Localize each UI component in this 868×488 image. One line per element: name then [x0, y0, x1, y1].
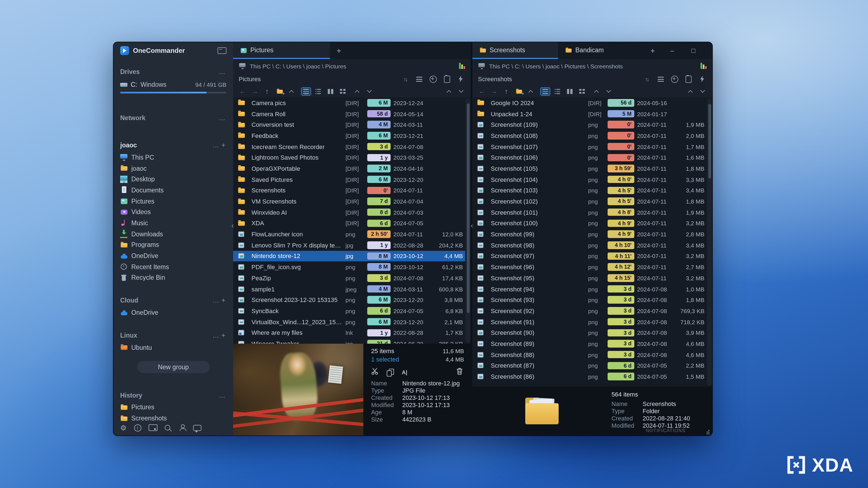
sidebar-item[interactable]: Music: [120, 218, 226, 228]
view-grid-button[interactable]: [338, 87, 348, 95]
flash-icon[interactable]: [698, 74, 707, 84]
cut-icon[interactable]: [371, 367, 378, 377]
collapse-sidebar-icon[interactable]: ‹: [231, 223, 234, 229]
flash-icon[interactable]: [456, 74, 465, 84]
view-details-button[interactable]: [313, 87, 323, 95]
folder-menu-button[interactable]: [527, 86, 535, 96]
file-row[interactable]: Screenshot (108) png 0' 2024-07-11 2,0 M…: [472, 130, 707, 141]
file-row[interactable]: Camera pics [DIR] 6 M 2023-12-24: [233, 97, 465, 108]
clipboard-icon[interactable]: [442, 74, 451, 84]
back-button[interactable]: ←: [239, 86, 247, 96]
file-row[interactable]: PDF_file_icon.svg png 8 M 2023-10-12 61,…: [233, 262, 465, 272]
view-columns-button[interactable]: [326, 87, 336, 95]
sidebar-item[interactable]: Pictures: [120, 196, 226, 206]
file-row[interactable]: VM Screenshots [DIR] 7 d 2024-07-04: [233, 196, 465, 206]
drive-stats-icon[interactable]: [459, 63, 465, 69]
file-row[interactable]: Screenshot (90) png 3 d 2024-07-08 3,9 M…: [472, 327, 707, 338]
file-row[interactable]: Winxvideo AI [DIR] 8 d 2024-07-03: [233, 207, 465, 218]
file-row[interactable]: Screenshot (86) png 6 d 2024-07-05 1,5 M…: [472, 371, 707, 382]
scrollbar-thumb[interactable]: [708, 104, 711, 179]
cloud-add-button[interactable]: +: [220, 297, 226, 304]
forward-button[interactable]: →: [490, 86, 498, 96]
user-menu-button[interactable]: …: [211, 141, 220, 149]
file-row[interactable]: Screenshot (101) png 4 h 8' 2024-07-11 1…: [472, 207, 707, 218]
history-menu-button[interactable]: …: [218, 391, 226, 399]
sidebar-item[interactable]: Downloads: [120, 229, 226, 239]
new-folder-button[interactable]: [275, 86, 283, 96]
drive-c-item[interactable]: C: Windows 94 / 491 GB: [120, 79, 226, 90]
view-columns-button[interactable]: [565, 87, 575, 95]
collapse-pane-icon[interactable]: ‹: [471, 223, 473, 229]
column-sort-down-button[interactable]: [457, 86, 465, 96]
sidebar-item[interactable]: This PC: [120, 152, 226, 163]
add-circle-icon[interactable]: [428, 74, 437, 84]
file-row[interactable]: Screenshot (105) png 3 h 59' 2024-07-11 …: [472, 163, 707, 174]
new-tab-button[interactable]: +: [644, 42, 661, 59]
file-row[interactable]: VirtualBox_Wind...12_2023_15_37_38 png 6…: [233, 317, 465, 327]
forward-button[interactable]: →: [251, 86, 259, 96]
checklist-icon[interactable]: [656, 74, 665, 84]
file-row[interactable]: Winaero Tweaker ico 21 d 2024-06-20 285,…: [233, 338, 465, 344]
checklist-icon[interactable]: [414, 74, 424, 84]
file-row[interactable]: Screenshot (92) png 3 d 2024-07-08 769,3…: [472, 305, 707, 316]
user-account-icon[interactable]: [179, 424, 186, 431]
file-row[interactable]: XDA [DIR] 6 d 2024-07-05: [233, 218, 465, 229]
file-row[interactable]: Screenshot (102) png 4 h 5' 2024-07-11 1…: [472, 196, 707, 206]
sidebar-item[interactable]: Desktop: [120, 174, 226, 185]
sort-desc-button[interactable]: [366, 86, 373, 96]
file-row[interactable]: Screenshot (97) png 4 h 11' 2024-07-11 3…: [472, 251, 707, 261]
new-folder-button[interactable]: [515, 86, 523, 96]
file-row[interactable]: Screenshot (104) png 4 h 0' 2024-07-11 3…: [472, 174, 707, 185]
file-row[interactable]: sample1 jpeg 4 M 2024-03-11 600,8 KB: [233, 283, 465, 294]
file-row[interactable]: Nintendo store-12 jpg 8 M 2023-10-12 4,4…: [233, 251, 465, 261]
view-details-button[interactable]: [553, 87, 562, 95]
up-button[interactable]: ↑: [263, 86, 271, 96]
scrollbar[interactable]: [466, 98, 470, 343]
sort-icon[interactable]: ↑↓: [642, 74, 651, 84]
network-menu-button[interactable]: …: [218, 114, 226, 122]
cloud-menu-button[interactable]: …: [211, 297, 220, 304]
clipboard-icon[interactable]: [684, 74, 693, 84]
column-sort-down-button[interactable]: [699, 86, 707, 96]
file-row[interactable]: Where are my files lnk 1 y 2022-08-28 1,…: [233, 327, 465, 338]
drives-menu-button[interactable]: …: [218, 68, 226, 76]
search-icon[interactable]: [164, 425, 170, 430]
drive-stats-icon[interactable]: [701, 63, 707, 69]
tab-screenshots[interactable]: Screenshots: [472, 42, 558, 59]
add-circle-icon[interactable]: [670, 74, 679, 84]
file-row[interactable]: Screenshot (107) png 0' 2024-07-11 1,7 M…: [472, 141, 707, 152]
file-row[interactable]: Lenovo Slim 7 Pro X display test 1 jpg 1…: [233, 240, 465, 251]
linux-add-button[interactable]: +: [220, 331, 226, 339]
sidebar-item[interactable]: Ubuntu: [120, 342, 226, 353]
sort-icon[interactable]: ↑↓: [401, 74, 409, 84]
file-row[interactable]: Screenshot 2023-12-20 153135 png 6 M 202…: [233, 294, 465, 305]
sidebar-item[interactable]: OneDrive: [120, 307, 226, 318]
sidebar-item[interactable]: joaoc: [120, 163, 226, 173]
sort-desc-button[interactable]: [605, 86, 613, 96]
file-row[interactable]: Screenshot (109) png 0' 2024-07-11 1,9 M…: [472, 119, 707, 130]
breadcrumb[interactable]: This PC \ C: \ Users \ joaoc \ Pictures: [250, 63, 455, 69]
file-row[interactable]: Screenshot (95) png 4 h 15' 2024-07-11 3…: [472, 272, 707, 283]
sidebar-item[interactable]: Recent Items: [120, 261, 226, 272]
linux-menu-button[interactable]: …: [211, 331, 220, 339]
new-window-icon[interactable]: [218, 47, 226, 54]
new-group-button[interactable]: New group: [137, 361, 210, 373]
column-sort-up-button[interactable]: [687, 86, 694, 96]
scrollbar[interactable]: [707, 98, 712, 385]
resize-grip[interactable]: [705, 428, 709, 433]
scrollbar-thumb[interactable]: [467, 103, 469, 313]
file-row[interactable]: OperaGXPortable [DIR] 2 M 2024-04-16: [233, 163, 465, 174]
file-row[interactable]: Feedback [DIR] 6 M 2023-12-21: [233, 130, 465, 141]
rename-icon[interactable]: A|: [402, 369, 407, 375]
file-row[interactable]: Screenshot (96) png 4 h 12' 2024-07-11 2…: [472, 262, 707, 272]
minimize-button[interactable]: –: [661, 42, 683, 59]
file-row[interactable]: Lightroom Saved Photos [DIR] 1 y 2023-03…: [233, 152, 465, 163]
user-add-button[interactable]: +: [220, 141, 226, 149]
file-row[interactable]: Google IO 2024 [DIR] 56 d 2024-05-16: [472, 97, 707, 108]
file-row[interactable]: Saved Pictures [DIR] 6 M 2023-12-20: [233, 174, 465, 185]
sidebar-item[interactable]: Videos: [120, 206, 226, 218]
settings-gear-icon[interactable]: ⚙: [120, 424, 127, 431]
file-row[interactable]: Screenshot (99) png 4 h 9' 2024-07-11 2,…: [472, 229, 707, 240]
sort-asc-button[interactable]: [593, 86, 600, 96]
info-icon[interactable]: i: [134, 424, 141, 431]
